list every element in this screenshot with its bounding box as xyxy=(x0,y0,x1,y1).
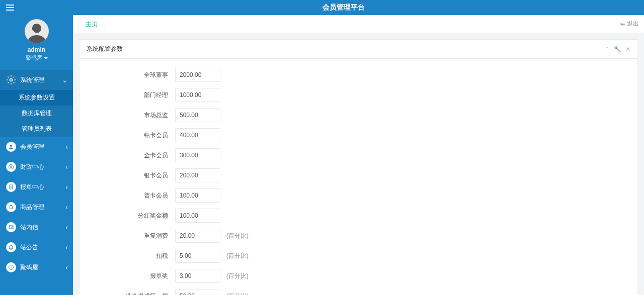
app-title: 会员管理平台 xyxy=(73,3,614,12)
topbar: 会员管理平台 xyxy=(0,0,644,15)
hamburger-icon xyxy=(6,5,14,11)
